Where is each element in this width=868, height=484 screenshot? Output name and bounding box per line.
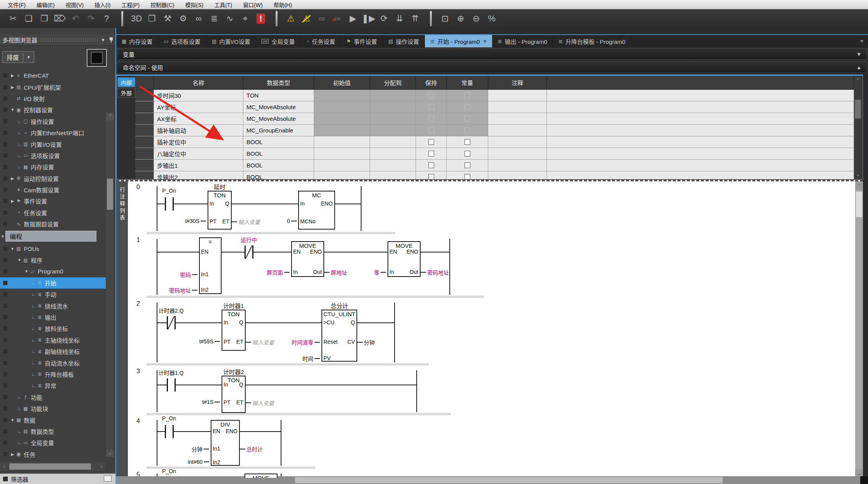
var-cell[interactable] (447, 160, 488, 171)
sidebar-item-异常[interactable]: ∟≣异常 (0, 380, 106, 391)
var-name-cell[interactable]: AY坐标 (154, 101, 243, 113)
var-cell[interactable] (314, 90, 370, 101)
upload-icon[interactable]: ⇈ (407, 11, 423, 26)
filter-bar[interactable]: 筛选器 (0, 473, 115, 484)
chevron-right-icon[interactable]: ▶ (10, 452, 15, 456)
checkbox[interactable] (465, 162, 470, 168)
block-instance-name[interactable]: 总分计 (306, 301, 373, 310)
input-operand[interactable]: int#60 (139, 459, 209, 465)
output-operand[interactable]: 分钟 (357, 338, 427, 346)
scroll-down-icon[interactable]: ⌄ (854, 171, 862, 178)
tab-选项板设置[interactable]: ▭选项板设置 (158, 35, 206, 47)
tree-horizontal-scrollbar[interactable]: ‹ › (0, 462, 106, 471)
var-cell[interactable] (488, 101, 547, 113)
var-cell[interactable] (488, 160, 547, 171)
var-type-cell[interactable]: BOOL (243, 160, 314, 171)
tab-升降台模板 - Program0[interactable]: ≣升降台模板 - Program0 (553, 35, 631, 47)
table-vertical-scrollbar[interactable]: ⌃ ⌄ (854, 77, 862, 178)
var-cell[interactable] (547, 125, 854, 136)
sidebar-item-任务设置[interactable]: ◔任务设置 (0, 207, 106, 218)
menu-item[interactable]: 文件(F) (2, 0, 31, 9)
var-cell[interactable] (447, 90, 488, 101)
scroll-left-icon[interactable]: ‹ (0, 462, 9, 471)
run-mode-icon[interactable]: ❚▶ (361, 11, 376, 26)
rung-number[interactable]: 3 (136, 368, 140, 375)
var-type-cell[interactable]: MC_MoveAbsolute (243, 101, 314, 113)
var-cell[interactable] (488, 113, 547, 125)
input-operand[interactable]: 时间清零 (250, 338, 320, 346)
input-operand[interactable]: t#30S (136, 218, 206, 224)
sidebar-item-内置I/O设置[interactable]: ∟▥内置I/O设置 (0, 138, 106, 150)
sidebar-item-功能块[interactable]: ∟▩功能块 (0, 403, 106, 414)
function-block-CTU_ULINT[interactable] (321, 310, 357, 362)
var-cell[interactable] (370, 148, 416, 160)
chevron-up-icon[interactable]: ▲ (856, 64, 861, 70)
column-header-数据类型[interactable]: 数据类型 (243, 76, 314, 90)
chevron-down-icon[interactable]: ▼ (0, 234, 5, 239)
synchronize-icon[interactable]: ⟳ (376, 11, 392, 26)
monitor-off-icon[interactable]: ∞ (330, 11, 345, 26)
block-instance-name[interactable]: 计时器1 (206, 301, 261, 310)
tab-全局变量[interactable]: var全局变量 (256, 35, 301, 47)
output-operand[interactable]: 密码地址 (421, 268, 491, 276)
sidebar-item-运动控制设置[interactable]: ▶⚙运动控制设置 (0, 173, 106, 184)
contact-label[interactable]: P_On (138, 188, 200, 194)
filter-expand-button[interactable] (104, 475, 112, 482)
ladder-vertical-scrollbar[interactable]: ⌃ ⌄ (855, 181, 863, 478)
window-layout-icon[interactable]: ❒ (144, 11, 160, 26)
tab-external-vars[interactable]: 外部 (117, 88, 135, 97)
row-drag-handle[interactable] (135, 160, 154, 171)
drag-handle[interactable] (40, 38, 98, 42)
sidebar-item-CPU/扩展机架[interactable]: ▶▤CPU/扩展机架 (0, 81, 106, 92)
tab-操作设置[interactable]: ▤操作设置 (383, 35, 425, 47)
var-cell[interactable] (416, 136, 447, 148)
sidebar-item-Program0[interactable]: ▼▱Program0 (0, 266, 106, 277)
sidebar-item-全局变量[interactable]: ∟▭全局变量 (0, 437, 106, 448)
scrollbar-thumb[interactable] (855, 100, 861, 118)
sidebar-item-数据跟踪设置[interactable]: ∿数据跟踪设置 (0, 218, 106, 230)
var-cell[interactable] (314, 113, 370, 125)
sidebar-item-开始[interactable]: ∟≣开始 (0, 277, 106, 289)
scrollbar-thumb[interactable] (107, 179, 113, 210)
var-cell[interactable] (416, 160, 447, 171)
chevron-right-icon[interactable]: ▶ (10, 199, 15, 203)
sidebar-item-数据[interactable]: ▼▦数据 (0, 414, 106, 425)
sidebar-item-手动[interactable]: ∟≣手动 (0, 289, 106, 300)
menu-item[interactable]: 编辑(E) (31, 0, 60, 9)
var-cell[interactable] (416, 101, 447, 113)
block-instance-name[interactable]: 延时 (192, 183, 247, 191)
sidebar-item-任务[interactable]: ▶▣任务 (0, 449, 106, 459)
var-cell[interactable] (488, 125, 547, 136)
sidebar-item-Cam数据设置[interactable]: ✦Cam数据设置 (0, 184, 106, 195)
column-header-名称[interactable]: 名称 (154, 76, 243, 90)
input-operand[interactable]: t#1S (150, 399, 220, 405)
chevron-right-icon[interactable]: ▶ (10, 85, 15, 89)
var-type-cell[interactable]: TON (243, 90, 314, 101)
var-cell[interactable] (314, 171, 370, 179)
sidebar-item-绕线流水[interactable]: ∟≣绕线流水 (0, 300, 106, 311)
input-operand[interactable]: 时间 (250, 355, 320, 362)
sidebar-item-主轴绕线坐标[interactable]: ∟≣主轴绕线坐标 (0, 334, 106, 346)
scroll-up-icon[interactable]: ⌃ (855, 181, 863, 190)
sidebar-item-EtherCAT[interactable]: ▶⌗EtherCAT (0, 70, 106, 81)
sidebar-item-内置EtherNet/IP端口[interactable]: ∟⌁内置EtherNet/IP端口 (0, 127, 106, 138)
var-cell[interactable] (488, 148, 547, 160)
output-operand[interactable]: 总时计 (240, 445, 310, 453)
help-icon[interactable]: ? (99, 11, 114, 26)
rung-number[interactable]: 1 (136, 237, 140, 244)
checkbox[interactable] (428, 151, 434, 157)
var-name-cell[interactable]: 步输出2 (154, 171, 243, 179)
rebuild-icon[interactable]: ⚙ (175, 11, 191, 26)
var-cell[interactable] (488, 136, 547, 148)
var-cell[interactable] (488, 90, 547, 101)
row-drag-handle[interactable] (135, 148, 154, 160)
input-operand[interactable]: 屏页面 (220, 268, 290, 276)
program-check-icon[interactable]: ≣ (206, 11, 222, 26)
var-cell[interactable] (314, 125, 370, 136)
warning-icon[interactable]: ⚠ (283, 11, 299, 26)
checkbox[interactable] (465, 151, 470, 157)
sidebar-item-I/O 映射[interactable]: ⇄I/O 映射 (0, 93, 106, 104)
block-instance-name[interactable]: 计时器2 (206, 367, 261, 376)
contact-label[interactable]: 计时器1.Q (140, 369, 202, 376)
checkbox[interactable] (465, 139, 470, 145)
